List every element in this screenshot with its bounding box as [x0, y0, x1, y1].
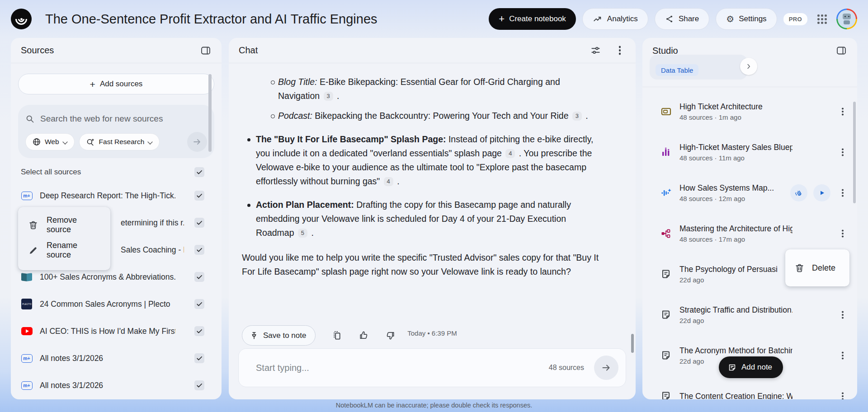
add-sources-button[interactable]: + Add sources: [18, 74, 214, 94]
item-more-options-icon[interactable]: [836, 150, 849, 155]
data-table-chip[interactable]: Data Table: [656, 64, 698, 76]
delete-menu-item[interactable]: Delete: [785, 249, 849, 286]
source-title: All notes 3/1/2026: [40, 381, 103, 390]
studio-list-item[interactable]: Strategic Traffic and Distribution...22d…: [642, 295, 857, 335]
studio-list-item[interactable]: High Ticket Architecture48 sources · 1m …: [642, 91, 857, 132]
item-more-options-icon[interactable]: [836, 393, 849, 399]
play-button[interactable]: [813, 184, 830, 201]
studio-item-meta: 22d ago: [679, 317, 793, 324]
citation-chip[interactable]: 3: [324, 92, 333, 101]
source-list-item[interactable]: PLECTO24 Common Sales Acronyms | Plecto: [11, 290, 222, 318]
studio-list-item[interactable]: Mastering the Architecture of High...48 …: [642, 213, 857, 254]
chat-bullet: Podcast: Bikepacking the Backcountry: Po…: [242, 109, 604, 123]
chat-more-options-icon[interactable]: [614, 45, 626, 56]
plus-icon: +: [90, 80, 95, 89]
source-checkbox[interactable]: [194, 218, 204, 228]
search-input[interactable]: [40, 114, 207, 124]
source-checkbox[interactable]: [194, 272, 204, 282]
chat-text: Podcast:: [278, 111, 312, 121]
youtube-icon: [20, 327, 33, 335]
source-title: 100+ Sales Acronyms & Abbreviations...: [40, 272, 175, 282]
citation-chip[interactable]: 5: [298, 229, 307, 238]
create-notebook-button[interactable]: + Create notebook: [489, 8, 576, 30]
studio-output-card[interactable]: Data Table: [650, 55, 747, 80]
chat-paragraph: Would you like me to help you write the …: [242, 251, 604, 279]
chat-bullet: Action Plan Placement: Drafting the copy…: [242, 198, 604, 240]
source-checkbox[interactable]: [194, 326, 204, 336]
studio-item-meta: 48 sources · 1m ago: [679, 113, 763, 121]
search-submit-button[interactable]: [187, 132, 207, 152]
chat-settings-icon[interactable]: [590, 45, 601, 56]
studio-list-item[interactable]: How Sales Systems Map...48 sources · 12m…: [642, 173, 857, 213]
chat-text: Bikepacking the Backcountry: Powering Yo…: [312, 111, 571, 121]
source-list-item[interactable]: AI CEO: THIS is How I'd Make My First ..…: [11, 318, 222, 345]
sources-panel: Sources + Add sources Web Fast Research: [11, 38, 222, 399]
select-all-checkbox[interactable]: [194, 167, 204, 177]
web-filter-dropdown[interactable]: Web: [25, 133, 75, 150]
collapse-panel-icon[interactable]: [200, 45, 212, 56]
remove-source-menu-item[interactable]: Remove source: [18, 212, 110, 238]
notebooklm-logo-icon[interactable]: [11, 9, 32, 29]
source-list-item[interactable]: m+Deep Research Report: The High-Tick...: [11, 182, 222, 209]
studio-panel: Studio Data Table High Ticket Architectu…: [642, 38, 857, 399]
rename-source-menu-item[interactable]: Rename source: [18, 238, 110, 263]
chat-scrollbar[interactable]: [631, 334, 634, 353]
studio-item-title: The Acronym Method for Batching...: [679, 346, 793, 356]
assistant-message: Blog Title: E-Bike Bikepacking: Essentia…: [242, 75, 604, 279]
collapse-panel-icon[interactable]: [835, 45, 847, 56]
flowchart-icon: [659, 228, 673, 239]
studio-list-item[interactable]: High-Ticket Mastery Sales Blueprint48 so…: [642, 132, 857, 173]
studio-scrollbar[interactable]: [853, 102, 856, 203]
chat-text: Would you like me to help you write the …: [242, 253, 599, 276]
item-more-options-icon[interactable]: [836, 312, 849, 318]
studio-item-meta: 48 sources · 11m ago: [679, 154, 793, 162]
studio-item-title: Strategic Traffic and Distribution...: [679, 305, 793, 315]
open-output-button[interactable]: [740, 58, 757, 75]
chat-input[interactable]: [256, 363, 549, 373]
source-checkbox[interactable]: [194, 299, 204, 309]
plus-icon: +: [499, 14, 505, 24]
notebook-title[interactable]: The One-Sentence Profit Extractor and AI…: [45, 12, 377, 27]
item-more-options-icon[interactable]: [836, 353, 849, 358]
add-note-button[interactable]: Add note: [719, 356, 783, 378]
research-mode-dropdown[interactable]: Fast Research: [79, 133, 160, 150]
account-avatar[interactable]: [836, 9, 857, 29]
report-icon: [659, 350, 673, 361]
globe-icon: [32, 137, 41, 146]
chat-text: Blog Title:: [278, 77, 317, 87]
item-more-options-icon[interactable]: [836, 109, 849, 114]
share-icon: [665, 14, 674, 23]
item-more-options-icon[interactable]: [836, 190, 849, 196]
chevron-down-icon: [63, 140, 68, 145]
chat-text: .: [583, 111, 588, 121]
search-icon: [25, 114, 35, 124]
source-checkbox[interactable]: [194, 380, 204, 390]
source-list-item[interactable]: m+All notes 3/1/2026: [11, 372, 222, 399]
studio-list-item[interactable]: The Content Creation Engine: Wee...: [642, 376, 857, 399]
studio-item-title: Mastering the Architecture of High...: [679, 224, 793, 234]
source-checkbox[interactable]: [194, 353, 204, 363]
report-icon: [659, 391, 673, 399]
share-button[interactable]: Share: [655, 8, 709, 30]
interactive-button[interactable]: [790, 184, 807, 201]
chat-text: The "Buy It For Life Basecamp" Splash Pa…: [256, 134, 446, 144]
item-more-options-icon[interactable]: [836, 231, 849, 236]
apps-grid-icon[interactable]: [816, 14, 827, 24]
source-list-item[interactable]: m+All notes 3/1/2026: [11, 345, 222, 372]
source-checkbox[interactable]: [194, 245, 204, 255]
source-checkbox[interactable]: [194, 191, 204, 201]
citation-chip[interactable]: 3: [572, 112, 582, 121]
chat-text: E-Bike Bikepacking: Essential Gear for O…: [278, 77, 560, 101]
send-button[interactable]: [594, 356, 618, 380]
citation-chip[interactable]: 4: [505, 149, 515, 158]
report-icon: [659, 269, 673, 280]
studio-item-title: The Content Creation Engine: Wee...: [679, 392, 793, 400]
sources-scrollbar[interactable]: [208, 74, 212, 152]
disclaimer-text: NotebookLM can be inaccurate; please dou…: [0, 402, 868, 409]
analytics-button[interactable]: Analytics: [582, 8, 648, 30]
citation-chip[interactable]: 4: [384, 177, 393, 186]
studio-item-meta: 48 sources · 17m ago: [679, 235, 793, 243]
settings-button[interactable]: ⚙ Settings: [716, 8, 777, 30]
chat-text: Action Plan Placement:: [256, 200, 354, 210]
note-icon: [728, 363, 736, 372]
